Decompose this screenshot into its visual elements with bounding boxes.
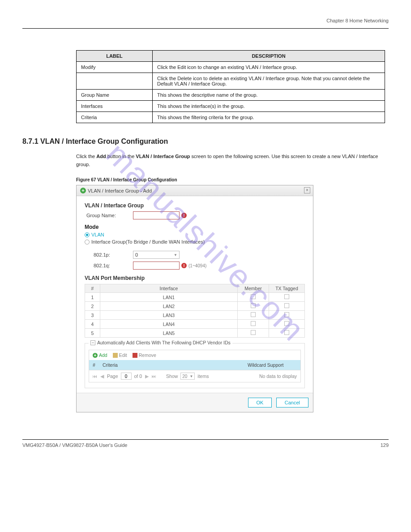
footer-right: 129 [381, 442, 389, 448]
page-footer: VMG4927-B50A / VMG9827-B50A User's Guide… [22, 439, 389, 448]
row-label: Interfaces [77, 101, 153, 112]
page-input[interactable] [121, 373, 132, 380]
8021q-input[interactable] [133, 262, 180, 270]
port-head-member: Member [238, 284, 269, 293]
8021p-select[interactable]: 0 ▼ [133, 251, 180, 259]
port-head-tag: TX Tagged [269, 284, 305, 293]
section-heading: 8.7.1 VLAN / Interface Group Configurati… [22, 137, 389, 146]
row-label: Group Name [77, 90, 153, 101]
no-data-text: No data to display [259, 373, 297, 379]
radio-iface-group[interactable] [85, 240, 90, 245]
row-desc: Click the Edit icon to change an existin… [153, 62, 385, 73]
edit-button[interactable]: Edit [113, 352, 127, 358]
member-checkbox[interactable] [251, 303, 256, 308]
group-name-input[interactable] [133, 211, 180, 219]
pager-first-icon[interactable]: ⏮ [93, 373, 97, 379]
port-row: 1 LAN1 [85, 293, 305, 302]
port-membership-title: VLAN Port Membership [85, 275, 305, 281]
error-icon: ! [181, 213, 187, 218]
form-title: VLAN / Interface Group [85, 202, 305, 209]
items-select[interactable]: 20 ▼ [180, 373, 195, 380]
modal-title: VLAN / Interface Group - Add [88, 188, 152, 193]
footer-left: VMG4927-B50A / VMG9827-B50A User's Guide [22, 442, 127, 448]
port-row: 4 LAN4 [85, 320, 305, 329]
port-row: 5 LAN5 [85, 329, 305, 338]
collapse-icon[interactable]: – [90, 340, 95, 345]
txtagged-checkbox[interactable] [284, 294, 289, 299]
row-label: Criteria [77, 112, 153, 123]
header-right: Chapter 8 Home Networking [326, 18, 389, 23]
cancel-button[interactable]: Cancel [276, 398, 308, 408]
port-row: 2 LAN2 [85, 302, 305, 311]
row-desc: This shows the descriptive name of the g… [153, 90, 385, 101]
table-row: Click the Delete icon to delete an exist… [77, 73, 385, 90]
dhcp-toolbar: + Add Edit Remove [89, 350, 301, 360]
txtagged-checkbox[interactable] [284, 330, 289, 335]
pager-last-icon[interactable]: ⏭ [152, 373, 156, 379]
chevron-down-icon: ▼ [189, 374, 193, 378]
row-desc: This shows the interface(s) in the group… [153, 101, 385, 112]
dhcp-vendor-group: – Automatically Add Clients With The Fol… [85, 343, 305, 388]
member-checkbox[interactable] [251, 312, 256, 317]
table-row: Criteria This shows the filtering criter… [77, 112, 385, 123]
section-paragraph: Click the Add button in the VLAN / Inter… [76, 153, 390, 168]
port-head-iface: Interface [100, 284, 238, 293]
page-header: Chapter 8 Home Networking [22, 18, 389, 29]
table-row: Interfaces This shows the interface(s) i… [77, 101, 385, 112]
member-checkbox[interactable] [251, 330, 256, 335]
pager-next-icon[interactable]: ▶ [145, 373, 149, 379]
figure-caption: Figure 67 VLAN / Interface Group Configu… [76, 177, 389, 182]
radio-iface-group-label[interactable]: Interface Group(To Bridge / Bundle WAN I… [91, 239, 205, 245]
add-button[interactable]: + Add [93, 352, 107, 358]
remove-icon [133, 353, 137, 358]
8021q-hint: (1~4094) [188, 263, 206, 268]
pager: ⏮ ◀ Page of 0 ▶ ⏭ Show 20 ▼ items No dat… [89, 370, 301, 382]
modal-header: + VLAN / Interface Group - Add × [77, 185, 313, 196]
8021p-label: 802.1p: [92, 252, 133, 257]
error-icon: ! [181, 263, 187, 268]
summary-table: LABEL DESCRIPTION Modify Click the Edit … [76, 50, 385, 123]
8021q-label: 802.1q: [92, 263, 133, 268]
row-desc: Click the Delete icon to delete an exist… [153, 73, 385, 90]
port-table: # Interface Member TX Tagged 1 LAN1 2 [85, 284, 305, 338]
ok-button[interactable]: OK [248, 398, 272, 408]
plus-icon: + [80, 188, 86, 193]
txtagged-checkbox[interactable] [284, 321, 289, 326]
plus-icon: + [93, 353, 98, 358]
port-row: 3 LAN3 [85, 311, 305, 320]
radio-vlan-label[interactable]: VLAN [91, 232, 104, 237]
mode-title: Mode [85, 224, 305, 230]
table-row: Modify Click the Edit icon to change an … [77, 62, 385, 73]
group-name-label: Group Name: [85, 213, 133, 218]
member-checkbox[interactable] [251, 294, 256, 299]
summary-head-desc: DESCRIPTION [153, 51, 385, 62]
modal-dialog: + VLAN / Interface Group - Add × VLAN / … [76, 185, 313, 412]
txtagged-checkbox[interactable] [284, 312, 289, 317]
row-label: Modify [77, 62, 153, 73]
txtagged-checkbox[interactable] [284, 303, 289, 308]
close-icon[interactable]: × [304, 187, 310, 193]
remove-button[interactable]: Remove [133, 352, 156, 358]
criteria-header: # Criteria Wildcard Support [89, 360, 301, 370]
dhcp-legend-text: Automatically Add Clients With The Follo… [97, 340, 231, 345]
row-desc: This shows the filtering criteria for th… [153, 112, 385, 123]
port-head-num: # [85, 284, 100, 293]
member-checkbox[interactable] [251, 321, 256, 326]
table-row: Group Name This shows the descriptive na… [77, 90, 385, 101]
edit-icon [113, 353, 118, 358]
radio-vlan[interactable] [85, 232, 90, 237]
chevron-down-icon: ▼ [174, 253, 177, 257]
summary-head-label: LABEL [77, 51, 153, 62]
pager-prev-icon[interactable]: ◀ [100, 373, 104, 379]
row-label [77, 73, 153, 90]
